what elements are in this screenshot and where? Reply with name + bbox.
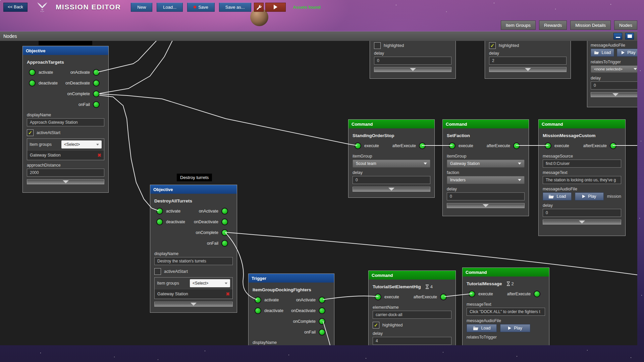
tab-rewards[interactable]: Rewards bbox=[539, 20, 567, 30]
port-deactivate[interactable] bbox=[255, 307, 261, 314]
load-button[interactable]: Load... bbox=[157, 3, 183, 12]
load-audio-button[interactable]: Load bbox=[591, 49, 614, 57]
back-button[interactable]: << Back bbox=[3, 3, 28, 12]
message-text-input[interactable] bbox=[543, 176, 621, 184]
play-audio-button[interactable]: Play bbox=[575, 192, 604, 200]
minimize-button[interactable] bbox=[613, 33, 622, 40]
highlighted-checkbox[interactable]: ✓ bbox=[489, 42, 496, 49]
remove-icon[interactable]: ✖ bbox=[226, 291, 230, 297]
port-on-deactivate[interactable] bbox=[319, 307, 325, 314]
tools-button[interactable] bbox=[254, 3, 264, 12]
save-as-button[interactable]: Save as... bbox=[219, 3, 251, 12]
node-command-mission-message-custom[interactable]: Command MissionMessageCustom execute aft… bbox=[538, 119, 626, 236]
node-expander[interactable] bbox=[591, 92, 637, 97]
active-at-start-checkbox[interactable]: ✓ bbox=[27, 129, 34, 136]
item-group-select[interactable]: Scout team bbox=[353, 160, 430, 168]
message-text-input[interactable] bbox=[467, 308, 545, 316]
message-source-input[interactable] bbox=[543, 160, 621, 168]
delay-input[interactable] bbox=[373, 337, 451, 345]
port-execute[interactable] bbox=[545, 142, 551, 149]
port-execute[interactable] bbox=[355, 142, 361, 149]
port-on-activate[interactable] bbox=[221, 208, 228, 215]
port-on-complete[interactable] bbox=[221, 229, 228, 236]
highlighted-checkbox[interactable] bbox=[374, 42, 381, 49]
port-after-execute[interactable] bbox=[610, 142, 616, 149]
delay-input[interactable] bbox=[543, 209, 621, 217]
node-trigger-docking-fighters[interactable]: Trigger ItemGroupDockingFighters activat… bbox=[248, 274, 334, 345]
node-expander[interactable] bbox=[447, 203, 525, 208]
port-on-activate[interactable] bbox=[93, 69, 100, 76]
node-objective-destroy-all-turrets[interactable]: Objective DestroyAllTurrets activate onA… bbox=[150, 185, 237, 313]
node-expander[interactable] bbox=[154, 302, 233, 307]
maximize-button[interactable] bbox=[625, 33, 634, 40]
node-command-standing-order-stop[interactable]: Command StandIngOrderStop execute afterE… bbox=[348, 119, 435, 198]
node-expander[interactable] bbox=[489, 67, 567, 72]
remove-icon[interactable]: ✖ bbox=[97, 153, 101, 158]
display-name-input[interactable] bbox=[27, 118, 104, 126]
port-after-execute[interactable] bbox=[440, 294, 447, 300]
port-execute[interactable] bbox=[469, 291, 475, 297]
port-activate[interactable] bbox=[29, 69, 36, 76]
delay-input[interactable] bbox=[353, 176, 430, 184]
port-after-execute[interactable] bbox=[513, 142, 520, 149]
port-activate[interactable] bbox=[255, 297, 261, 303]
tab-nodes[interactable]: Nodes bbox=[614, 20, 637, 30]
port-on-deactivate[interactable] bbox=[221, 219, 228, 225]
node-command-tutorial-set-element-highlight[interactable]: Command TutorialSetElementHig 4 execute … bbox=[368, 270, 456, 345]
new-button[interactable]: New bbox=[131, 3, 152, 12]
node-objective-approach-targets[interactable]: Objective ApproachTargets activate onAct… bbox=[22, 46, 109, 193]
port-after-execute[interactable] bbox=[534, 291, 540, 297]
node-expander[interactable] bbox=[353, 187, 430, 192]
port-after-execute[interactable] bbox=[419, 142, 426, 149]
port-on-fail[interactable] bbox=[221, 240, 228, 247]
delay-input[interactable] bbox=[374, 57, 451, 65]
play-audio-button[interactable]: Play bbox=[500, 324, 530, 332]
port-execute[interactable] bbox=[375, 294, 381, 300]
port-activate[interactable] bbox=[156, 208, 163, 215]
port-on-fail[interactable] bbox=[93, 101, 100, 108]
node-expander[interactable] bbox=[374, 67, 451, 72]
node-header[interactable]: Command bbox=[539, 120, 625, 128]
node-partial-top-right[interactable]: ✓ highlighted delay bbox=[485, 41, 571, 79]
node-header[interactable]: Command bbox=[369, 271, 455, 280]
node-partial-top-left[interactable]: highlighted delay bbox=[370, 41, 456, 79]
port-deactivate[interactable] bbox=[156, 219, 163, 225]
node-command-tutorial-message[interactable]: Command TutorialMessage 2 execute afterE… bbox=[462, 267, 549, 345]
node-header[interactable]: Command bbox=[443, 120, 529, 128]
tab-item-groups[interactable]: Item Groups bbox=[501, 20, 536, 30]
load-audio-button[interactable]: Load bbox=[543, 192, 572, 200]
node-expander[interactable] bbox=[27, 179, 104, 184]
node-header[interactable]: Command bbox=[348, 120, 434, 128]
port-execute[interactable] bbox=[449, 142, 455, 149]
port-on-complete[interactable] bbox=[319, 318, 325, 325]
element-name-input[interactable] bbox=[373, 311, 451, 319]
active-at-start-checkbox[interactable] bbox=[154, 268, 161, 275]
port-on-deactivate[interactable] bbox=[93, 80, 100, 86]
run-mission-button[interactable] bbox=[265, 3, 286, 12]
port-on-activate[interactable] bbox=[319, 297, 325, 303]
item-groups-select[interactable]: <Select> bbox=[61, 140, 102, 148]
node-partial-right[interactable]: messageAudioFile Load Play relatesToTrig… bbox=[587, 41, 637, 107]
delay-input[interactable] bbox=[447, 192, 525, 200]
tab-mission-details[interactable]: Mission Details bbox=[570, 20, 611, 30]
port-on-fail[interactable] bbox=[319, 329, 325, 336]
node-header[interactable]: Command bbox=[463, 268, 549, 277]
approach-distance-input[interactable] bbox=[27, 169, 104, 177]
faction-select[interactable]: Invaders bbox=[447, 176, 525, 184]
port-deactivate[interactable] bbox=[29, 80, 36, 86]
node-expander[interactable] bbox=[543, 220, 621, 225]
highlighted-checkbox[interactable]: ✓ bbox=[373, 322, 379, 328]
item-groups-select[interactable]: <Select> bbox=[190, 279, 230, 287]
display-name-input[interactable] bbox=[154, 257, 233, 265]
relates-to-trigger-select[interactable]: <none selected> bbox=[591, 65, 637, 73]
item-group-select[interactable]: Gateway Station bbox=[447, 160, 525, 168]
save-button[interactable]: Save bbox=[187, 3, 215, 12]
delay-input[interactable] bbox=[489, 57, 567, 65]
load-audio-button[interactable]: Load bbox=[467, 324, 497, 332]
node-command-set-faction[interactable]: Command SetFaction execute afterExecute … bbox=[442, 119, 529, 216]
play-audio-button[interactable]: Play bbox=[617, 49, 637, 57]
node-header[interactable]: Objective bbox=[23, 46, 108, 55]
node-header[interactable]: Objective bbox=[150, 185, 237, 194]
port-on-complete[interactable] bbox=[93, 90, 100, 97]
delay-input[interactable] bbox=[591, 81, 637, 89]
